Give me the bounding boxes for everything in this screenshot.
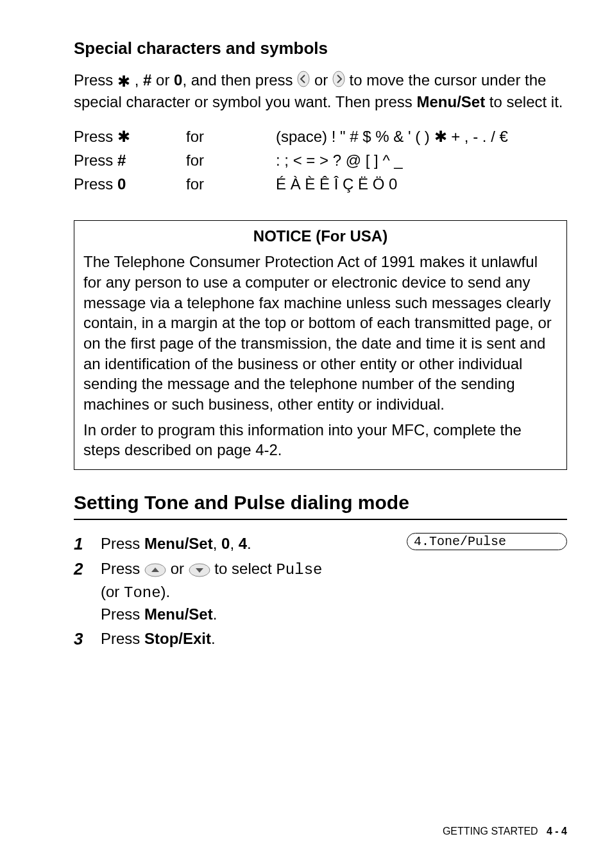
text: . xyxy=(213,605,217,623)
star-key-icon: ✱ xyxy=(117,128,130,145)
key-label: 0 xyxy=(221,535,230,552)
notice-title: NOTICE (For USA) xyxy=(83,227,557,245)
footer-section-label: GETTING STARTED xyxy=(443,826,538,837)
zero-key: 0 xyxy=(117,175,126,193)
cell-text: : ; < = > ? @ [ ] ^ _ xyxy=(276,148,567,172)
page-footer: GETTING STARTED 4 - 4 xyxy=(443,826,567,837)
cell-text: É À È Ê Î Ç Ë Ö 0 xyxy=(276,172,567,196)
special-char-table: Press ✱ for (space) ! " # $ % & ' ( ) ✱ … xyxy=(74,125,567,196)
text: or xyxy=(166,560,189,577)
step-number: 1 xyxy=(74,533,101,555)
cell-text: for xyxy=(186,172,276,196)
section-heading: Setting Tone and Pulse dialing mode xyxy=(74,492,567,514)
cell-text: Press xyxy=(74,128,117,145)
step-number: 2 xyxy=(74,558,101,580)
key-label: 4 xyxy=(239,535,247,552)
option-tone: Tone xyxy=(124,584,161,602)
notice-paragraph: The Telephone Consumer Protection Act of… xyxy=(83,252,557,414)
cursor-down-icon xyxy=(189,563,210,577)
lcd-display: 4.Tone/Pulse xyxy=(407,533,567,550)
page-number: 4 - 4 xyxy=(547,826,567,837)
text: Press xyxy=(101,630,144,647)
intro-paragraph: Press ✱ , # or 0, and then press or to m… xyxy=(74,70,567,113)
svg-point-1 xyxy=(333,71,344,87)
text: , xyxy=(213,535,221,552)
hash-key: # xyxy=(143,71,151,89)
option-pulse: Pulse xyxy=(276,561,322,578)
menu-set-label: Menu/Set xyxy=(416,93,485,110)
zero-key: 0 xyxy=(174,71,182,89)
cell-text: for xyxy=(186,148,276,172)
step-2: 2 Press or to select Pulse (or Tone). Pr… xyxy=(74,558,567,625)
step-3: 3 Press Stop/Exit. xyxy=(74,628,567,650)
cell-text: (space) ! " # $ % & ' ( ) ✱ + , - . / € xyxy=(276,125,567,148)
steps-list: 4.Tone/Pulse 1 Press Menu/Set, 0, 4. 2 P… xyxy=(74,533,567,650)
text: or xyxy=(151,71,174,89)
special-characters-heading: Special characters and symbols xyxy=(74,39,567,58)
cell-text: Press xyxy=(74,175,117,193)
text: , xyxy=(130,71,143,89)
cell-text: Press xyxy=(74,152,117,169)
text: ). xyxy=(161,583,171,600)
notice-box: NOTICE (For USA) The Telephone Consumer … xyxy=(74,220,567,470)
menu-set-label: Menu/Set xyxy=(144,605,213,623)
menu-set-label: Menu/Set xyxy=(144,535,213,552)
text: or xyxy=(310,71,332,89)
text: , and then press xyxy=(182,71,297,89)
text: Press xyxy=(74,71,117,89)
section-rule xyxy=(74,519,567,520)
text: to select it. xyxy=(485,93,563,110)
cursor-up-icon xyxy=(144,563,166,577)
stop-exit-label: Stop/Exit xyxy=(144,630,211,647)
step-number: 3 xyxy=(74,628,101,650)
notice-paragraph: In order to program this information int… xyxy=(83,420,557,460)
hash-key: # xyxy=(117,152,126,169)
svg-point-0 xyxy=(298,71,309,87)
text: . xyxy=(247,535,251,552)
text: Press xyxy=(101,535,144,552)
text: to select xyxy=(210,560,276,577)
text: Press xyxy=(101,560,144,577)
cursor-left-icon xyxy=(297,71,310,87)
table-row: Press # for : ; < = > ? @ [ ] ^ _ xyxy=(74,148,567,172)
cell-text: for xyxy=(186,125,276,148)
star-key-icon: ✱ xyxy=(117,71,130,92)
table-row: Press 0 for É À È Ê Î Ç Ë Ö 0 xyxy=(74,172,567,196)
text: , xyxy=(230,535,238,552)
text: . xyxy=(211,630,216,647)
text: Press xyxy=(101,605,144,623)
cursor-right-icon xyxy=(332,71,345,87)
table-row: Press ✱ for (space) ! " # $ % & ' ( ) ✱ … xyxy=(74,125,567,148)
text: (or xyxy=(101,583,124,600)
